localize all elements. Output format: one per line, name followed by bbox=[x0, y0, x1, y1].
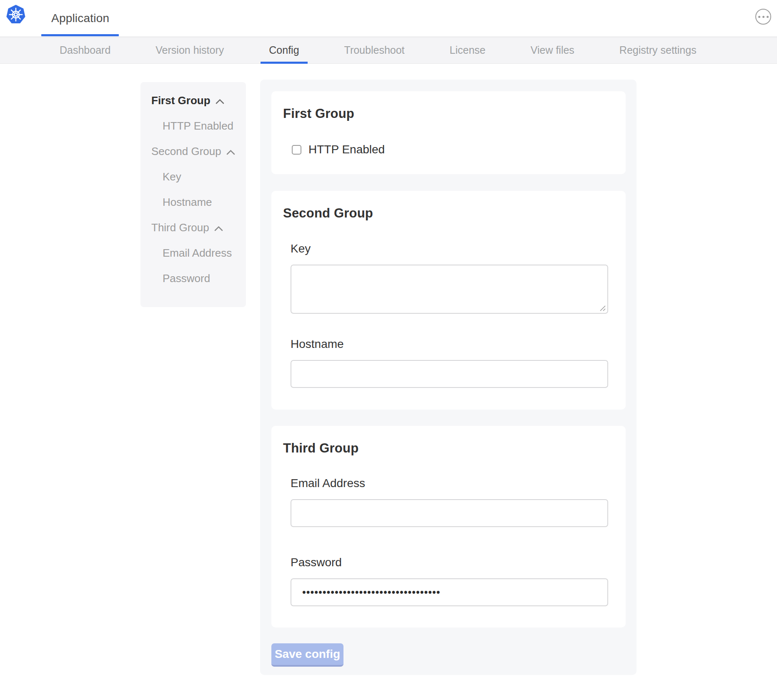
tab-config[interactable]: Config bbox=[261, 37, 307, 63]
app-tab-label: Application bbox=[51, 12, 109, 25]
group-title: Second Group bbox=[283, 206, 373, 221]
app-tab-active-underline bbox=[41, 34, 119, 36]
tab-license[interactable]: License bbox=[441, 37, 494, 63]
ellipsis-menu-icon[interactable] bbox=[755, 9, 771, 25]
config-group-card-second: Second Group Key Hostname bbox=[271, 191, 626, 410]
sidebar-item-third-group[interactable]: Third Group bbox=[140, 215, 246, 240]
key-textarea[interactable] bbox=[291, 265, 608, 314]
chevron-up-icon bbox=[216, 99, 224, 104]
http-enabled-label: HTTP Enabled bbox=[308, 143, 385, 156]
config-group-card-third: Third Group Email Address Password bbox=[271, 426, 626, 628]
tab-troubleshoot[interactable]: Troubleshoot bbox=[336, 37, 413, 63]
config-form-panel: First Group HTTP Enabled Second Group Ke… bbox=[260, 80, 637, 675]
email-address-label: Email Address bbox=[291, 477, 365, 490]
http-enabled-field[interactable]: HTTP Enabled bbox=[292, 143, 385, 156]
app-nav-bar: Dashboard Version history Config Trouble… bbox=[0, 37, 777, 64]
chevron-up-icon bbox=[214, 226, 223, 231]
password-label: Password bbox=[291, 556, 342, 569]
sidebar-item-second-group[interactable]: Second Group bbox=[140, 139, 246, 164]
app-tab[interactable]: Application bbox=[41, 0, 119, 36]
http-enabled-checkbox[interactable] bbox=[292, 145, 301, 155]
hostname-input[interactable] bbox=[291, 360, 608, 388]
hostname-label: Hostname bbox=[291, 338, 344, 351]
chevron-up-icon bbox=[226, 150, 235, 155]
app-header: Application bbox=[0, 0, 777, 37]
sidebar-item-http-enabled[interactable]: HTTP Enabled bbox=[140, 113, 246, 139]
tab-dashboard[interactable]: Dashboard bbox=[51, 37, 119, 63]
sidebar-item-key[interactable]: Key bbox=[140, 164, 246, 190]
tab-registry-settings[interactable]: Registry settings bbox=[611, 37, 705, 63]
config-group-sidebar: First Group HTTP Enabled Second Group Ke… bbox=[140, 82, 246, 307]
key-label: Key bbox=[291, 242, 311, 255]
config-group-card-first: First Group HTTP Enabled bbox=[271, 91, 626, 174]
sidebar-item-email-address[interactable]: Email Address bbox=[140, 240, 246, 266]
resize-grip-icon[interactable] bbox=[599, 305, 606, 313]
sidebar-item-hostname[interactable]: Hostname bbox=[140, 190, 246, 215]
kubernetes-logo bbox=[6, 4, 26, 24]
sidebar-item-first-group[interactable]: First Group bbox=[140, 88, 246, 113]
sidebar-item-password[interactable]: Password bbox=[140, 266, 246, 291]
tab-version-history[interactable]: Version history bbox=[147, 37, 232, 63]
save-config-button[interactable]: Save config bbox=[271, 643, 343, 667]
group-title: Third Group bbox=[283, 441, 358, 456]
tab-view-files[interactable]: View files bbox=[522, 37, 583, 63]
password-input[interactable] bbox=[291, 578, 608, 606]
email-address-input[interactable] bbox=[291, 499, 608, 527]
group-title: First Group bbox=[283, 106, 354, 121]
